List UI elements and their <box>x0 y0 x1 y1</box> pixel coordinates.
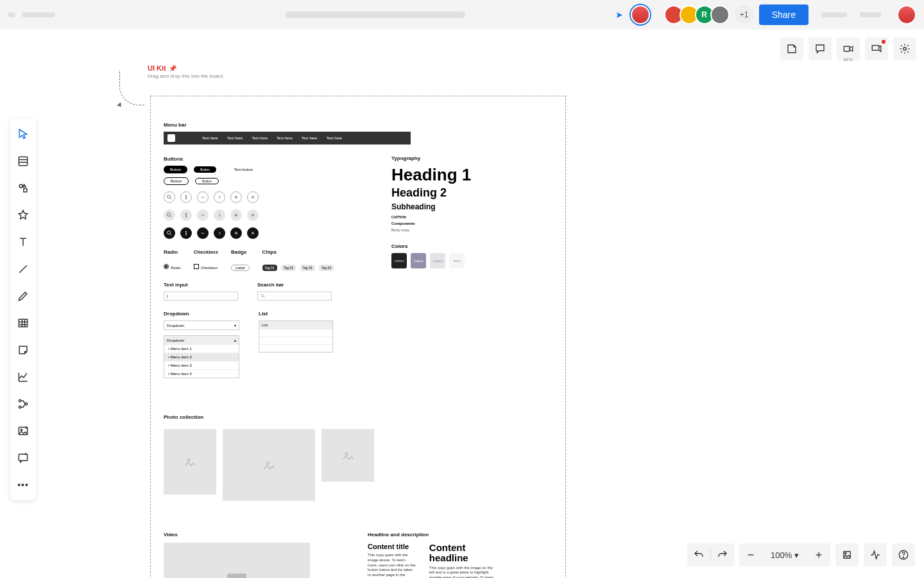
close-icon[interactable] <box>247 191 259 203</box>
star-icon[interactable] <box>13 205 33 225</box>
menubar-component[interactable]: Text here Text here Text here Text here … <box>164 132 411 144</box>
swatch[interactable]: #e3e3e8 <box>430 253 445 268</box>
chip[interactable]: Tag 03 <box>300 265 315 271</box>
comment-icon[interactable] <box>809 37 832 60</box>
swatch[interactable]: #f5f5f7 <box>449 253 465 268</box>
canvas[interactable]: UI Kit 📌 Drag and drop this into the boa… <box>119 64 886 578</box>
search-icon[interactable] <box>164 227 175 239</box>
dropdown-item[interactable]: • Menu item 3 <box>164 361 239 369</box>
search-icon[interactable] <box>164 209 175 221</box>
frame-title[interactable]: UI Kit 📌 <box>148 64 886 72</box>
svg-point-23 <box>185 197 186 197</box>
more-vertical-icon[interactable] <box>180 227 192 239</box>
more-vertical-icon[interactable] <box>180 191 192 203</box>
close-icon[interactable] <box>247 209 259 221</box>
active-user-avatar[interactable] <box>631 5 650 24</box>
activity-icon[interactable] <box>864 543 887 566</box>
zoom-in-button[interactable] <box>807 543 830 566</box>
more-collaborators[interactable]: +1 <box>735 5 754 24</box>
list-item[interactable] <box>259 344 332 352</box>
menubar-item[interactable]: Text here <box>252 136 268 140</box>
chevron-right-icon[interactable] <box>214 227 225 239</box>
frame-comment-icon[interactable] <box>13 448 33 468</box>
play-icon[interactable]: ▶ <box>227 574 246 578</box>
video-icon[interactable] <box>837 37 860 60</box>
section-title-textinput: Text input <box>164 282 238 288</box>
help-icon[interactable] <box>892 543 915 566</box>
select-tool-icon[interactable] <box>13 124 33 144</box>
video-placeholder[interactable]: ▶ <box>164 543 310 578</box>
button-outline[interactable]: Button <box>164 177 189 185</box>
templates-icon[interactable] <box>13 151 33 171</box>
menubar-item[interactable]: Text here <box>202 136 218 140</box>
chevron-right-icon[interactable] <box>214 209 225 221</box>
search-icon[interactable] <box>164 191 175 203</box>
section-title-headline: Headline and description <box>368 532 496 538</box>
chip[interactable]: Tag 01 <box>262 265 277 271</box>
chevron-down-icon[interactable] <box>197 191 209 203</box>
radio-input[interactable] <box>164 264 169 269</box>
menubar-item[interactable]: Text here <box>326 136 342 140</box>
redo-button[interactable] <box>711 543 734 566</box>
chevron-right-icon[interactable] <box>214 191 225 203</box>
list-item[interactable] <box>259 329 332 337</box>
dropdown-closed[interactable]: Dropdown▾ <box>164 320 239 330</box>
swatch[interactable]: #222222 <box>391 253 407 268</box>
zoom-out-button[interactable] <box>739 543 762 566</box>
connector-icon[interactable] <box>13 394 33 414</box>
plus-icon[interactable] <box>230 209 242 221</box>
dropdown-item[interactable]: • Menu item 4 <box>164 369 239 378</box>
line-tool-icon[interactable] <box>13 259 33 279</box>
photo-placeholder[interactable] <box>321 429 374 482</box>
menubar-item[interactable]: Text here <box>227 136 243 140</box>
note-icon[interactable] <box>780 37 803 60</box>
avatar-4[interactable] <box>710 5 730 24</box>
dropdown-open[interactable]: Dropdown▴ • Menu item 1 • Menu item 2 • … <box>164 335 239 378</box>
search-input[interactable] <box>257 292 332 301</box>
chip[interactable]: Tag 04 <box>319 265 334 271</box>
dropdown-item[interactable]: • Menu item 1 <box>164 344 239 353</box>
settings-icon[interactable] <box>893 37 916 60</box>
photo-placeholder[interactable] <box>223 429 315 501</box>
button-solid[interactable]: Button <box>164 166 187 173</box>
menubar-item[interactable]: Text here <box>277 136 293 140</box>
ui-kit-frame[interactable]: Menu bar Text here Text here Text here T… <box>150 96 566 578</box>
more-vertical-icon[interactable] <box>180 209 192 221</box>
topbar-stub-1[interactable] <box>821 12 847 17</box>
list-component[interactable]: List <box>259 320 333 353</box>
photo-placeholder[interactable] <box>164 429 216 495</box>
text-tool-icon[interactable] <box>13 232 33 252</box>
image-icon[interactable] <box>13 421 33 441</box>
menu-icon-stub[interactable] <box>8 12 15 17</box>
button-solid-small[interactable]: Button <box>194 166 216 173</box>
button-outline-small[interactable]: Button <box>195 178 218 184</box>
profile-avatar[interactable] <box>897 5 916 24</box>
more-tools-icon[interactable]: ••• <box>13 475 33 495</box>
share-button[interactable]: Share <box>759 4 809 25</box>
plus-icon[interactable] <box>230 227 242 239</box>
dropdown-item[interactable]: • Menu item 2 <box>164 353 239 361</box>
chip[interactable]: Tag 02 <box>281 265 296 271</box>
close-icon[interactable] <box>247 227 259 239</box>
shapes-icon[interactable] <box>13 178 33 198</box>
sticky-note-icon[interactable] <box>13 340 33 360</box>
breadcrumb-stub[interactable] <box>286 12 465 18</box>
swatch[interactable]: #948eab <box>411 253 426 268</box>
present-icon[interactable] <box>865 37 888 60</box>
collaborator-avatars[interactable]: R <box>668 5 730 24</box>
chevron-down-icon[interactable] <box>197 227 209 239</box>
table-icon[interactable] <box>13 313 33 333</box>
fit-view-icon[interactable] <box>835 543 859 566</box>
pen-tool-icon[interactable] <box>13 286 33 306</box>
plus-icon[interactable] <box>230 191 242 203</box>
topbar-stub-2[interactable] <box>860 12 882 17</box>
undo-button[interactable] <box>687 543 710 566</box>
text-input[interactable]: | <box>164 292 238 301</box>
chart-icon[interactable] <box>13 367 33 387</box>
list-item[interactable] <box>259 337 332 344</box>
checkbox-input[interactable] <box>194 264 199 269</box>
text-button[interactable]: Text button <box>234 168 253 171</box>
zoom-level[interactable]: 100% ▾ <box>762 550 807 560</box>
menubar-item[interactable]: Text here <box>302 136 318 140</box>
chevron-down-icon[interactable] <box>197 209 209 221</box>
